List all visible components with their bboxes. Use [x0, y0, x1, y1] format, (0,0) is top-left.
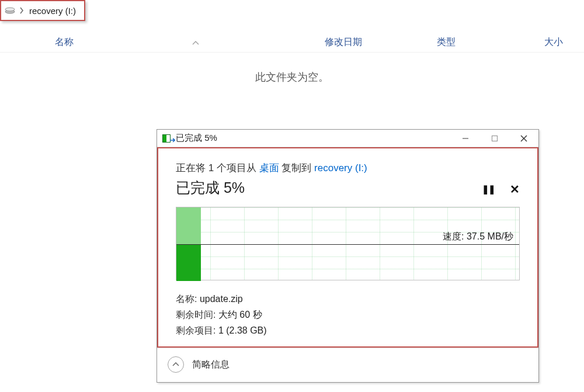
- copy-prefix: 正在将 1 个项目从: [176, 162, 259, 174]
- column-size[interactable]: 大小: [544, 36, 584, 48]
- dialog-content: 正在将 1 个项目从 桌面 复制到 recovery (I:) 已完成 5% ❚…: [157, 147, 538, 348]
- items-label: 剩余项目:: [176, 325, 218, 335]
- sort-indicator-icon[interactable]: [187, 40, 204, 45]
- breadcrumb[interactable]: recovery (I:): [0, 0, 85, 21]
- close-button[interactable]: [509, 130, 538, 147]
- cancel-button[interactable]: ✕: [510, 182, 520, 196]
- transfer-details: 名称: update.zip 剩余时间: 大约 60 秒 剩余项目: 1 (2.…: [176, 291, 520, 338]
- copy-progress-dialog: ➜ 已完成 5% 正在将 1 个项目从 桌面 复制到 recovery (I:)…: [157, 129, 539, 383]
- chart-bar-dark: [176, 244, 201, 281]
- chart-bar-light: [176, 207, 201, 244]
- breadcrumb-path[interactable]: recovery (I:): [27, 6, 82, 16]
- detail-name: 名称: update.zip: [176, 291, 520, 307]
- destination-link[interactable]: recovery (I:): [314, 162, 367, 174]
- detail-items: 剩余项目: 1 (2.38 GB): [176, 322, 520, 338]
- name-label: 名称:: [176, 294, 200, 304]
- copy-description: 正在将 1 个项目从 桌面 复制到 recovery (I:): [176, 161, 520, 175]
- column-date[interactable]: 修改日期: [204, 36, 427, 48]
- pause-button[interactable]: ❚❚: [482, 184, 495, 195]
- column-headers: 名称 修改日期 类型 大小: [0, 33, 584, 53]
- speed-label: 速度: 37.5 MB/秒: [443, 231, 513, 243]
- dialog-titlebar[interactable]: ➜ 已完成 5%: [157, 130, 538, 147]
- chevron-right-icon[interactable]: [16, 7, 27, 14]
- minimize-button[interactable]: [451, 130, 480, 147]
- detail-time: 剩余时间: 大约 60 秒: [176, 307, 520, 322]
- drive-icon: [4, 7, 16, 14]
- dialog-footer: 简略信息: [157, 348, 538, 382]
- progress-icon: ➜: [157, 130, 176, 147]
- collapse-details-button[interactable]: [168, 356, 184, 373]
- progress-controls: ❚❚ ✕: [482, 182, 520, 196]
- dialog-title: 已完成 5%: [176, 133, 451, 144]
- column-name[interactable]: 名称: [0, 36, 187, 48]
- details-toggle-label[interactable]: 简略信息: [192, 359, 230, 371]
- time-label: 剩余时间:: [176, 310, 218, 320]
- name-value: update.zip: [200, 294, 243, 304]
- column-type[interactable]: 类型: [427, 36, 544, 48]
- window-controls: [451, 130, 538, 147]
- progress-status: 已完成 5%: [176, 178, 520, 197]
- chart-midline: [176, 244, 519, 245]
- empty-folder-text: 此文件夹为空。: [0, 70, 584, 84]
- time-value: 大约 60 秒: [218, 310, 262, 320]
- maximize-button[interactable]: [480, 130, 509, 147]
- copy-mid: 复制到: [279, 162, 314, 174]
- transfer-speed-chart: 速度: 37.5 MB/秒: [176, 207, 520, 280]
- svg-point-1: [5, 8, 15, 11]
- items-value: 1 (2.38 GB): [218, 325, 267, 335]
- svg-rect-3: [492, 136, 498, 141]
- source-link[interactable]: 桌面: [259, 162, 279, 174]
